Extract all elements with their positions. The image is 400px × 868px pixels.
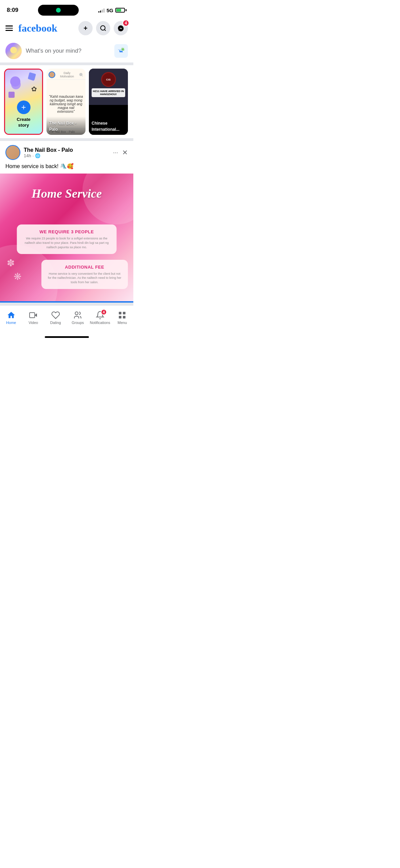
svg-rect-14	[123, 316, 126, 319]
flower-deco-1: ✽	[7, 257, 15, 269]
bottom-navigation: Home Video Dating Groups	[0, 305, 133, 333]
svg-rect-12	[123, 312, 126, 315]
messenger-badge: 4	[122, 20, 129, 26]
story-nail-box[interactable]: Daily Motivation "Kahit maubusan kana ng…	[46, 69, 85, 135]
nav-menu-label: Menu	[117, 321, 127, 325]
add-photo-button[interactable]: 🖼	[114, 44, 128, 58]
story-top-area: CIS HZ11 HAVE ARRIVED IN HANGZHOU!	[89, 69, 128, 105]
story-overlay: The Nail Box - Palo	[46, 116, 85, 135]
svg-rect-11	[119, 312, 122, 315]
post-more-button[interactable]: ···	[113, 149, 118, 156]
battery-tip	[126, 9, 127, 11]
nav-home[interactable]: Home	[0, 308, 22, 327]
user-avatar	[5, 43, 22, 59]
motivation-quote: "Kahit maubusan kana ng budget, wag mong…	[49, 95, 83, 113]
battery-body	[115, 8, 125, 13]
flower-deco-2: ❋	[14, 271, 21, 282]
create-story-card[interactable]: ✿ + Createstory	[4, 69, 43, 135]
search-button[interactable]	[96, 21, 110, 35]
post-author-details: The Nail Box - Palo 14h · 🌐	[24, 147, 73, 158]
post-close-button[interactable]: ✕	[122, 148, 128, 157]
service-card-1-text: We require 23 people to book for a softg…	[22, 236, 111, 249]
cis-avatar: CIS	[101, 72, 116, 87]
header-actions: + 4	[78, 21, 128, 35]
dating-icon	[51, 310, 60, 320]
signal-bar-3	[102, 10, 103, 13]
status-time: 8:09	[7, 7, 18, 14]
service-card-2: ADDITIONAL FEE Home service is very conv…	[41, 260, 128, 289]
nav-groups[interactable]: Groups	[67, 308, 89, 327]
post-body-text: Home service is back! 🛝🥰	[0, 163, 133, 174]
post-header: The Nail Box - Palo 14h · 🌐 ··· ✕	[0, 141, 133, 163]
status-right: 5G	[98, 7, 127, 13]
avatar-image	[5, 43, 22, 59]
nav-dating[interactable]: Dating	[44, 308, 67, 327]
deco-circle-1	[11, 80, 21, 89]
post-time: 14h	[24, 153, 31, 158]
hamburger-line-3	[5, 30, 13, 31]
groups-icon	[73, 310, 82, 320]
notifications-icon: 4	[95, 310, 105, 320]
svg-marker-9	[35, 313, 37, 317]
dynamic-island	[38, 5, 79, 16]
svg-line-1	[104, 30, 106, 31]
hamburger-menu[interactable]	[5, 25, 13, 31]
hz11-badge: HZ11 HAVE ARRIVED IN HANGZHOU!	[92, 88, 125, 97]
search-small-icon	[79, 72, 83, 77]
svg-text:🖼: 🖼	[122, 48, 125, 50]
svg-rect-13	[119, 316, 122, 319]
story-avatar-small	[49, 71, 55, 78]
facebook-logo: facebook	[18, 22, 57, 34]
nav-menu[interactable]: Menu	[111, 308, 134, 327]
post-author-name: The Nail Box - Palo	[24, 147, 73, 153]
post-user-info: The Nail Box - Palo 14h · 🌐	[5, 145, 73, 160]
post-image-bottom-line	[0, 301, 133, 303]
post-options: ··· ✕	[113, 148, 128, 157]
service-card-1: WE REQUIRE 3 PEOPLE We require 23 people…	[17, 224, 117, 254]
hamburger-line-2	[5, 28, 13, 29]
story-3-overlay: Chinese International...	[89, 116, 128, 135]
post-compose-box: What's on your mind? 🖼	[0, 39, 133, 65]
post-author-avatar	[5, 145, 20, 160]
create-button[interactable]: +	[78, 21, 93, 35]
nav-notifications[interactable]: 4 Notifications	[89, 308, 111, 327]
battery-fill	[116, 9, 121, 12]
nav-video-label: Video	[28, 321, 38, 325]
battery-indicator	[115, 8, 127, 13]
signal-bars	[98, 8, 104, 13]
deco-flower: ✿	[31, 85, 37, 93]
svg-rect-8	[30, 313, 35, 318]
svg-point-0	[101, 26, 105, 30]
story-chinese-intl[interactable]: CIS HZ11 HAVE ARRIVED IN HANGZHOU! Chine…	[89, 69, 128, 135]
service-card-2-title: ADDITIONAL FEE	[47, 265, 122, 270]
daily-motivation-title: Daily Motivation	[55, 71, 79, 78]
globe-icon: 🌐	[35, 153, 40, 158]
create-story-bg: ✿ + Createstory	[5, 70, 42, 134]
signal-bar-2	[100, 11, 101, 13]
nav-video[interactable]: Video	[22, 308, 45, 327]
signal-bar-4	[103, 8, 104, 13]
post-box-left: What's on your mind?	[5, 43, 114, 59]
service-card-1-title: WE REQUIRE 3 PEOPLE	[22, 229, 111, 234]
nav-notifications-label: Notifications	[90, 321, 110, 325]
stories-row: ✿ + Createstory Daily Motivation "Kahit …	[4, 69, 133, 135]
home-service-title: Home Service	[10, 187, 123, 201]
svg-point-10	[75, 312, 78, 315]
svg-point-6	[79, 73, 82, 76]
post-placeholder[interactable]: What's on your mind?	[26, 48, 81, 54]
notifications-badge: 4	[101, 309, 107, 315]
nav-dating-label: Dating	[50, 321, 61, 325]
home-icon	[6, 310, 16, 320]
create-story-label: Createstory	[17, 117, 30, 128]
hamburger-line-1	[5, 25, 13, 26]
deco-circle-2	[8, 92, 15, 98]
post-metadata: 14h · 🌐	[24, 153, 73, 158]
status-bar: 8:09 5G	[0, 0, 133, 18]
story-3-name: Chinese International...	[92, 121, 119, 132]
plus-icon: +	[21, 103, 26, 111]
create-plus-button: +	[17, 101, 31, 114]
post-separator: ·	[33, 153, 34, 158]
messenger-button[interactable]: 4	[114, 21, 128, 35]
svg-line-7	[82, 76, 83, 77]
menu-icon	[117, 310, 127, 320]
